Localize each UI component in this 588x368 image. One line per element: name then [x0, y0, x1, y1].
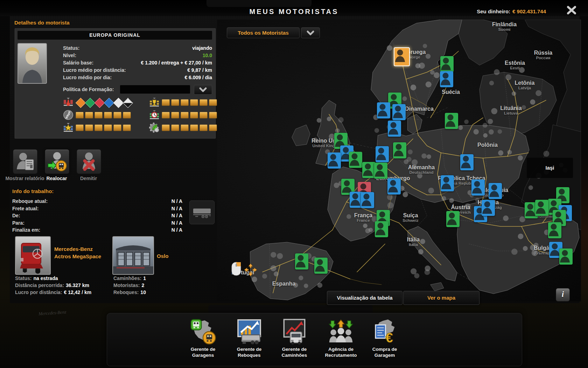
- driver-map-marker[interactable]: [446, 211, 460, 227]
- close-icon[interactable]: [566, 6, 577, 15]
- skills-grid: [63, 97, 214, 135]
- skill-bar: [123, 112, 131, 118]
- driver-map-marker[interactable]: [445, 113, 458, 129]
- skill-bar: [113, 112, 121, 118]
- urgent-delivery-icon: [149, 110, 160, 120]
- skill-bar: [181, 112, 189, 118]
- skill-bar: [171, 112, 179, 118]
- skill-bar: [209, 99, 217, 106]
- skill-bar: [171, 124, 179, 131]
- driver-map-marker[interactable]: [440, 56, 454, 72]
- skill-bar: [181, 99, 189, 106]
- driver-map-marker[interactable]: [559, 248, 573, 265]
- skill-bar: [162, 112, 170, 118]
- driver-detail-rows: Status:viajandoNível:10.0Salário base:€ …: [63, 45, 212, 82]
- skill-bar: [200, 112, 208, 118]
- driver-map-marker[interactable]: [535, 200, 548, 216]
- adr-gases-badge: [85, 98, 94, 107]
- truck-manager-icon: [281, 318, 308, 345]
- driver-detail-row: Salário base:€ 1.200 / entrega + € 27,00…: [63, 60, 212, 67]
- driver-detail-row: Status:viajando: [63, 45, 212, 53]
- relocate-button[interactable]: [45, 149, 69, 174]
- dock-item-caminhões[interactable]: Gerente deCaminhões: [272, 318, 317, 358]
- driver-map-marker[interactable]: [489, 183, 502, 199]
- driver-map-marker[interactable]: [394, 47, 410, 66]
- recruitment-icon: [328, 318, 354, 345]
- garage-stat-row: Reboques:10: [113, 289, 180, 297]
- driver-map-marker[interactable]: [471, 179, 485, 196]
- tab-map-view[interactable]: Ver o mapa: [403, 291, 479, 305]
- driver-map-marker[interactable]: [440, 71, 453, 87]
- driver-detail-row: Nível:10.0: [63, 53, 212, 60]
- driver-map-marker[interactable]: [349, 152, 362, 168]
- svg-text:€: €: [385, 330, 393, 345]
- dismiss-icon: [77, 150, 101, 173]
- truck-stats: Status:na estradaDistância percorrida:36…: [15, 275, 110, 297]
- driver-map-marker[interactable]: [392, 104, 406, 120]
- driver-map-marker[interactable]: [441, 175, 454, 191]
- driver-map-marker[interactable]: [295, 253, 308, 270]
- skill-bar: [85, 124, 93, 131]
- tab-table-view[interactable]: Visualização da tabela: [327, 291, 402, 305]
- driver-filter-dropdown[interactable]: Todos os Motoristas: [227, 27, 300, 38]
- money-label: Seu dinheiro:: [477, 8, 510, 14]
- driver-map-marker[interactable]: [377, 102, 390, 118]
- driver-details-panel: EUROPA ORIGINAL Status:viajandoNível:10.…: [14, 28, 216, 139]
- dock-item-reboques[interactable]: Gerente deReboques: [226, 318, 272, 358]
- job-info-row: Reboque atual:N / A: [12, 198, 182, 206]
- show-report-button: [13, 149, 37, 174]
- garage-stat-row: Motoristas:2: [113, 282, 180, 289]
- chevron-down-icon[interactable]: [194, 85, 212, 95]
- skill-bar: [162, 99, 170, 106]
- dock-item-garagens[interactable]: Gerente deGaragens: [180, 318, 226, 358]
- dismiss-label: Demitir: [66, 175, 111, 182]
- driver-map-marker[interactable]: [376, 146, 389, 162]
- driver-map-marker[interactable]: [361, 192, 374, 208]
- driver-map-marker[interactable]: [328, 152, 341, 169]
- driver-map-marker[interactable]: [374, 163, 387, 179]
- dock-item-garagem[interactable]: € Compra deGaragem: [362, 318, 407, 358]
- adr-explosives-badge: [76, 98, 85, 107]
- driver-map-marker[interactable]: [393, 142, 406, 158]
- money-display: Seu dinheiro:€ 902.431.744: [477, 8, 546, 14]
- driver-map-marker[interactable]: [548, 222, 561, 238]
- skill-bar: [190, 124, 198, 131]
- training-policy-label: Política de Formação:: [63, 87, 114, 92]
- job-info-heading: Info do trabalho:: [12, 188, 54, 194]
- driver-map-marker[interactable]: [375, 221, 388, 237]
- driver-map-marker[interactable]: [460, 154, 474, 170]
- driver-map-marker[interactable]: [388, 121, 401, 137]
- driver-detail-row: Lucro médio por distância:€ 9,87 / km: [63, 67, 212, 75]
- driver-map-marker[interactable]: [387, 178, 401, 195]
- driver-name: EUROPA ORIGINAL: [18, 31, 212, 40]
- skill-bar: [104, 112, 112, 118]
- pan-arrows-icon: [244, 264, 257, 276]
- management-dock: Gerente deGaragens Gerente deReboques Ge…: [107, 313, 522, 366]
- eco-driving-icon: [149, 122, 160, 133]
- driver-map-marker[interactable]: [482, 200, 495, 216]
- garage-thumbnail: [112, 236, 154, 275]
- skill-bar: [162, 124, 170, 131]
- driver-map-marker[interactable]: [362, 162, 376, 178]
- driver-detail-row: Lucro médio por dia:€ 6.009 / dia: [63, 75, 212, 82]
- job-info-rows: Reboque atual:N / AFrete atual:N / ADe:N…: [12, 198, 182, 234]
- training-policy-row: Política de Formação:: [63, 84, 212, 94]
- truck-stat-row: Status:na estrada: [15, 275, 110, 282]
- job-info-row: Finaliza em:N / A: [12, 227, 182, 234]
- skill-bar: [200, 99, 208, 106]
- chevron-down-icon[interactable]: [301, 27, 320, 38]
- garage-stat-row: Caminhões:1: [113, 275, 180, 282]
- driver-map-marker[interactable]: [314, 258, 328, 274]
- skill-bar: [181, 124, 189, 131]
- skill-bar: [94, 112, 103, 118]
- report-icon: [13, 150, 37, 173]
- skill-bar: [190, 99, 198, 106]
- dock-item-recrutamento[interactable]: Agência deRecrutamento: [318, 318, 364, 358]
- garage-purchase-icon: €: [371, 318, 398, 345]
- adr-flammable-solids-badge: [104, 98, 113, 107]
- training-policy-select[interactable]: [120, 85, 190, 94]
- dismiss-button: [77, 149, 101, 174]
- skill-bar: [200, 124, 208, 131]
- info-button[interactable]: i: [556, 288, 570, 301]
- europe-map[interactable]: FinlândiaSuomiNoruegaNorgeSuéciaRússiaРо…: [217, 20, 581, 301]
